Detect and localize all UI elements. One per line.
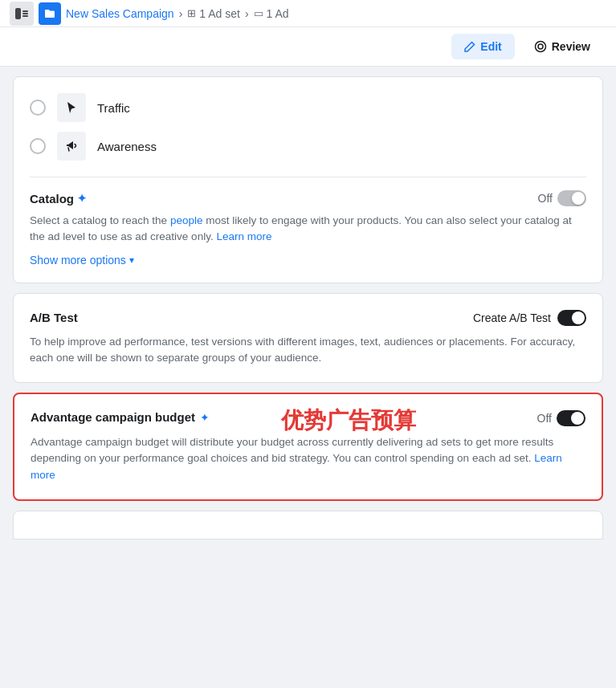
breadcrumb-bar: New Sales Campaign › ⊞ 1 Ad set › ▭ 1 Ad — [0, 0, 616, 27]
svg-point-5 — [538, 44, 543, 49]
catalog-people-link[interactable]: people — [170, 214, 203, 226]
action-bar: Edit Review — [0, 27, 616, 67]
svg-point-4 — [535, 42, 545, 52]
advantage-title-row: Advantage campaign budget ✦ — [31, 410, 210, 424]
main-content: Traffic Awareness Catalog — [0, 67, 616, 549]
catalog-header: Catalog ✦ Off — [30, 190, 586, 206]
awareness-label: Awareness — [97, 140, 157, 153]
sidebar-toggle-button[interactable] — [10, 2, 34, 26]
ab-toggle-row: Create A/B Test — [473, 310, 586, 326]
chevron-down-icon: ▾ — [129, 254, 134, 266]
ab-test-card: A/B Test Create A/B Test To help improve… — [13, 293, 603, 384]
svg-rect-2 — [22, 13, 28, 14]
awareness-option[interactable]: Awareness — [30, 132, 586, 161]
breadcrumb-separator-2: › — [245, 7, 249, 20]
ab-test-description: To help improve ad performance, test ver… — [30, 334, 586, 367]
advantage-ai-icon: ✦ — [200, 411, 210, 424]
catalog-title: Catalog ✦ — [30, 192, 87, 206]
advantage-budget-toggle[interactable] — [557, 410, 585, 426]
campaign-type-card: Traffic Awareness Catalog — [13, 76, 603, 283]
traffic-radio[interactable] — [30, 100, 46, 116]
ab-toggle-label: Create A/B Test — [473, 311, 551, 324]
megaphone-icon — [64, 139, 79, 153]
campaign-name[interactable]: New Sales Campaign — [66, 7, 174, 20]
catalog-toggle[interactable] — [557, 190, 586, 206]
catalog-toggle-container: Off — [538, 190, 586, 206]
advantage-budget-card: 优势广告预算 Advantage campaign budget ✦ Off A… — [13, 393, 603, 501]
svg-rect-3 — [22, 15, 28, 17]
ad-breadcrumb[interactable]: ▭ 1 Ad — [254, 7, 289, 20]
advantage-budget-header: Advantage campaign budget ✦ Off — [31, 410, 585, 426]
edit-button[interactable]: Edit — [451, 34, 514, 59]
traffic-option[interactable]: Traffic — [30, 93, 586, 122]
show-more-options[interactable]: Show more options ▾ — [30, 254, 586, 267]
traffic-label: Traffic — [97, 101, 130, 115]
review-icon — [534, 40, 547, 53]
adset-breadcrumb[interactable]: ⊞ 1 Ad set — [187, 7, 240, 20]
review-button[interactable]: Review — [521, 34, 603, 59]
adset-icon: ⊞ — [187, 7, 196, 19]
advantage-budget-title: Advantage campaign budget — [31, 410, 195, 424]
ab-test-title: A/B Test — [30, 311, 78, 324]
breadcrumb-separator-1: › — [179, 7, 183, 20]
svg-rect-0 — [15, 8, 21, 19]
advantage-toggle-container: Off — [537, 410, 585, 426]
traffic-icon-box — [57, 93, 86, 122]
catalog-section: Catalog ✦ Off Select a catalog to reach … — [30, 177, 586, 267]
bottom-partial-card — [13, 511, 603, 539]
ab-test-header: A/B Test Create A/B Test — [30, 310, 586, 326]
ad-icon: ▭ — [254, 7, 263, 19]
cursor-icon — [64, 100, 79, 115]
awareness-icon-box — [57, 132, 86, 161]
catalog-ai-icon: ✦ — [77, 192, 87, 205]
awareness-radio[interactable] — [30, 138, 46, 154]
ab-test-toggle[interactable] — [557, 310, 586, 326]
edit-icon — [464, 41, 475, 52]
svg-rect-1 — [22, 10, 28, 12]
campaign-options-list: Traffic Awareness — [30, 93, 586, 161]
campaign-folder-icon — [39, 2, 61, 25]
catalog-learn-more-link[interactable]: Learn more — [216, 230, 271, 242]
catalog-description: Select a catalog to reach the people mos… — [30, 213, 586, 246]
advantage-budget-description: Advantage campaign budget will distribut… — [31, 434, 585, 483]
